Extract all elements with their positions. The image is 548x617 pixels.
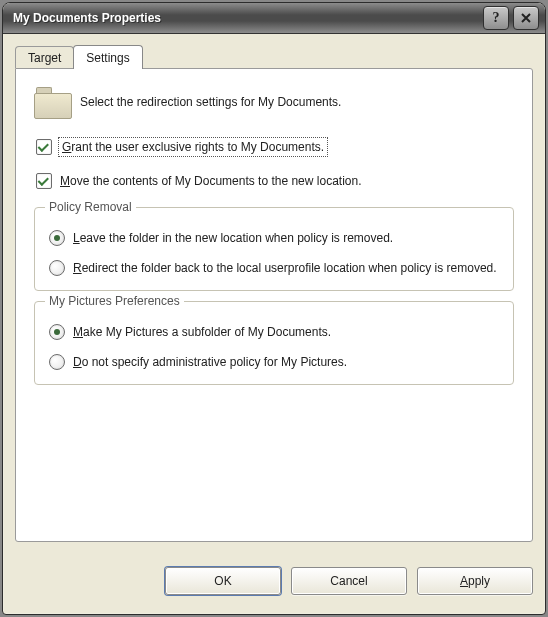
close-button[interactable] (513, 6, 539, 30)
leave-folder-radio[interactable] (49, 230, 65, 246)
redirect-folder-radio[interactable] (49, 260, 65, 276)
ok-button[interactable]: OK (165, 567, 281, 595)
tab-target-label: Target (28, 51, 61, 65)
apply-label: Apply (460, 574, 490, 588)
panel-description: Select the redirection settings for My D… (80, 95, 341, 109)
close-icon (520, 12, 532, 24)
move-contents-label[interactable]: Move the contents of My Documents to the… (60, 173, 362, 189)
window-title: My Documents Properties (13, 11, 479, 25)
tab-settings[interactable]: Settings (73, 45, 142, 69)
tab-target[interactable]: Target (15, 46, 74, 68)
tab-strip: Target Settings (15, 44, 533, 68)
dialog-footer: OK Cancel Apply (3, 550, 545, 614)
folder-icon (34, 87, 70, 117)
help-icon: ? (493, 11, 500, 25)
settings-panel: Select the redirection settings for My D… (15, 68, 533, 542)
no-admin-radio[interactable] (49, 354, 65, 370)
exclusive-rights-label[interactable]: Grant the user exclusive rights to My Do… (60, 139, 326, 155)
subfolder-radio[interactable] (49, 324, 65, 340)
cancel-label: Cancel (330, 574, 367, 588)
tab-settings-label: Settings (86, 51, 129, 65)
subfolder-label[interactable]: Make My Pictures a subfolder of My Docum… (73, 324, 331, 340)
leave-folder-label[interactable]: Leave the folder in the new location whe… (73, 230, 393, 246)
move-contents-checkbox[interactable] (36, 173, 52, 189)
ok-label: OK (214, 574, 231, 588)
exclusive-rights-checkbox[interactable] (36, 139, 52, 155)
policy-removal-legend: Policy Removal (45, 200, 136, 214)
cancel-button[interactable]: Cancel (291, 567, 407, 595)
my-pictures-group: My Pictures Preferences Make My Pictures… (34, 301, 514, 385)
client-area: Target Settings Select the redirection s… (3, 34, 545, 550)
title-bar: My Documents Properties ? (3, 3, 545, 34)
properties-dialog: My Documents Properties ? Target Setting… (2, 2, 546, 615)
my-pictures-legend: My Pictures Preferences (45, 294, 184, 308)
redirect-folder-label[interactable]: Redirect the folder back to the local us… (73, 260, 497, 276)
no-admin-label[interactable]: Do not specify administrative policy for… (73, 354, 347, 370)
apply-button[interactable]: Apply (417, 567, 533, 595)
policy-removal-group: Policy Removal Leave the folder in the n… (34, 207, 514, 291)
help-button[interactable]: ? (483, 6, 509, 30)
